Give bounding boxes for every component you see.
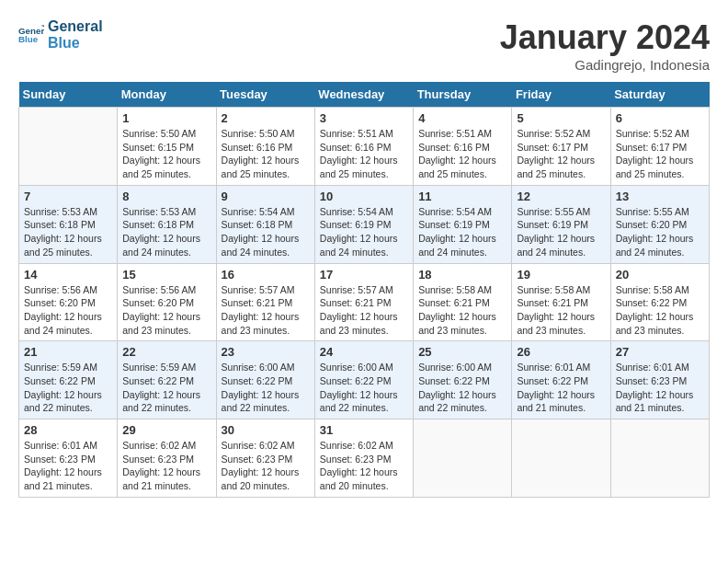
calendar-cell: 28Sunrise: 6:01 AMSunset: 6:23 PMDayligh…: [19, 419, 118, 498]
day-number: 5: [517, 111, 605, 125]
day-number: 12: [517, 190, 605, 203]
calendar-cell: 16Sunrise: 5:57 AMSunset: 6:21 PMDayligh…: [216, 263, 314, 341]
day-number: 4: [418, 111, 506, 125]
day-number: 27: [616, 345, 704, 359]
month-title: January 2024: [500, 18, 710, 57]
day-number: 21: [24, 345, 112, 359]
calendar-cell: 7Sunrise: 5:53 AMSunset: 6:18 PMDaylight…: [19, 185, 118, 263]
calendar-cell: 17Sunrise: 5:57 AMSunset: 6:21 PMDayligh…: [314, 263, 413, 341]
day-number: 10: [320, 190, 408, 203]
calendar-cell: 13Sunrise: 5:55 AMSunset: 6:20 PMDayligh…: [610, 185, 709, 263]
day-info: Sunrise: 5:59 AMSunset: 6:22 PMDaylight:…: [122, 361, 210, 415]
day-number: 16: [222, 268, 310, 282]
day-info: Sunrise: 5:57 AMSunset: 6:21 PMDaylight:…: [222, 283, 310, 338]
day-info: Sunrise: 5:52 AMSunset: 6:17 PMDaylight:…: [616, 127, 704, 181]
day-info: Sunrise: 5:57 AMSunset: 6:21 PMDaylight:…: [320, 283, 408, 338]
calendar-cell: 6Sunrise: 5:52 AMSunset: 6:17 PMDaylight…: [610, 108, 709, 186]
weekday-header-monday: Monday: [118, 82, 216, 108]
day-number: 20: [616, 268, 704, 282]
weekday-header-saturday: Saturday: [610, 82, 709, 108]
day-number: 31: [320, 423, 408, 437]
day-info: Sunrise: 6:02 AMSunset: 6:23 PMDaylight:…: [320, 439, 408, 493]
calendar-cell: 5Sunrise: 5:52 AMSunset: 6:17 PMDaylight…: [512, 108, 610, 186]
calendar-cell: 11Sunrise: 5:54 AMSunset: 6:19 PMDayligh…: [414, 185, 512, 263]
calendar-cell: 29Sunrise: 6:02 AMSunset: 6:23 PMDayligh…: [118, 419, 216, 498]
calendar-cell: 14Sunrise: 5:56 AMSunset: 6:20 PMDayligh…: [19, 263, 118, 341]
calendar-cell: [19, 108, 118, 186]
logo-general: General: [48, 18, 103, 35]
day-info: Sunrise: 5:56 AMSunset: 6:20 PMDaylight:…: [122, 283, 210, 338]
calendar-cell: 26Sunrise: 6:01 AMSunset: 6:22 PMDayligh…: [512, 341, 610, 419]
day-number: 9: [222, 190, 310, 203]
week-row-1: 1Sunrise: 5:50 AMSunset: 6:15 PMDaylight…: [19, 108, 710, 186]
calendar-cell: 10Sunrise: 5:54 AMSunset: 6:19 PMDayligh…: [314, 185, 413, 263]
calendar-cell: 24Sunrise: 6:00 AMSunset: 6:22 PMDayligh…: [314, 341, 413, 419]
weekday-header-row: SundayMondayTuesdayWednesdayThursdayFrid…: [19, 82, 710, 108]
day-info: Sunrise: 5:58 AMSunset: 6:21 PMDaylight:…: [517, 283, 605, 338]
day-number: 7: [24, 190, 112, 203]
calendar-cell: 27Sunrise: 6:01 AMSunset: 6:23 PMDayligh…: [610, 341, 709, 419]
day-info: Sunrise: 5:54 AMSunset: 6:19 PMDaylight:…: [320, 205, 408, 259]
day-number: 24: [320, 345, 408, 359]
calendar-cell: 25Sunrise: 6:00 AMSunset: 6:22 PMDayligh…: [414, 341, 512, 419]
calendar-cell: 1Sunrise: 5:50 AMSunset: 6:15 PMDaylight…: [118, 108, 216, 186]
calendar-cell: 8Sunrise: 5:53 AMSunset: 6:18 PMDaylight…: [118, 185, 216, 263]
day-number: 6: [616, 111, 704, 125]
day-info: Sunrise: 5:50 AMSunset: 6:16 PMDaylight:…: [222, 127, 310, 181]
location: Gadingrejo, Indonesia: [500, 57, 710, 73]
day-info: Sunrise: 6:01 AMSunset: 6:23 PMDaylight:…: [24, 439, 112, 493]
day-info: Sunrise: 5:51 AMSunset: 6:16 PMDaylight:…: [320, 127, 408, 181]
calendar-cell: [512, 419, 610, 498]
calendar-cell: 23Sunrise: 6:00 AMSunset: 6:22 PMDayligh…: [216, 341, 314, 419]
calendar-cell: [414, 419, 512, 498]
calendar-cell: 15Sunrise: 5:56 AMSunset: 6:20 PMDayligh…: [118, 263, 216, 341]
day-info: Sunrise: 5:59 AMSunset: 6:22 PMDaylight:…: [24, 361, 112, 415]
day-info: Sunrise: 5:50 AMSunset: 6:15 PMDaylight:…: [122, 127, 210, 181]
day-number: 14: [24, 268, 112, 282]
calendar-cell: 4Sunrise: 5:51 AMSunset: 6:16 PMDaylight…: [414, 108, 512, 186]
weekday-header-tuesday: Tuesday: [216, 82, 314, 108]
title-block: January 2024 Gadingrejo, Indonesia: [500, 18, 710, 73]
day-number: 13: [616, 190, 704, 203]
calendar-cell: 20Sunrise: 5:58 AMSunset: 6:22 PMDayligh…: [610, 263, 709, 341]
day-number: 26: [517, 345, 605, 359]
week-row-4: 21Sunrise: 5:59 AMSunset: 6:22 PMDayligh…: [19, 341, 710, 419]
day-number: 1: [122, 111, 210, 125]
day-number: 8: [122, 190, 210, 203]
logo: General Blue General Blue: [18, 18, 103, 51]
weekday-header-sunday: Sunday: [19, 82, 118, 108]
day-info: Sunrise: 6:00 AMSunset: 6:22 PMDaylight:…: [222, 361, 310, 415]
svg-text:Blue: Blue: [18, 34, 39, 44]
calendar-cell: 3Sunrise: 5:51 AMSunset: 6:16 PMDaylight…: [314, 108, 413, 186]
day-info: Sunrise: 5:52 AMSunset: 6:17 PMDaylight:…: [517, 127, 605, 181]
day-info: Sunrise: 5:55 AMSunset: 6:20 PMDaylight:…: [616, 205, 704, 259]
day-info: Sunrise: 5:53 AMSunset: 6:18 PMDaylight:…: [122, 205, 210, 259]
day-number: 23: [222, 345, 310, 359]
day-info: Sunrise: 5:54 AMSunset: 6:18 PMDaylight:…: [222, 205, 310, 259]
day-info: Sunrise: 6:00 AMSunset: 6:22 PMDaylight:…: [320, 361, 408, 415]
day-info: Sunrise: 5:55 AMSunset: 6:19 PMDaylight:…: [517, 205, 605, 259]
weekday-header-thursday: Thursday: [414, 82, 512, 108]
page-header: General Blue General Blue January 2024 G…: [18, 18, 710, 73]
day-number: 19: [517, 268, 605, 282]
weekday-header-wednesday: Wednesday: [314, 82, 413, 108]
calendar-cell: 18Sunrise: 5:58 AMSunset: 6:21 PMDayligh…: [414, 263, 512, 341]
calendar-cell: 9Sunrise: 5:54 AMSunset: 6:18 PMDaylight…: [216, 185, 314, 263]
day-info: Sunrise: 5:56 AMSunset: 6:20 PMDaylight:…: [24, 283, 112, 338]
day-number: 2: [222, 111, 310, 125]
calendar-cell: 21Sunrise: 5:59 AMSunset: 6:22 PMDayligh…: [19, 341, 118, 419]
logo-icon: General Blue: [18, 22, 44, 48]
week-row-3: 14Sunrise: 5:56 AMSunset: 6:20 PMDayligh…: [19, 263, 710, 341]
day-number: 25: [418, 345, 506, 359]
calendar-cell: 30Sunrise: 6:02 AMSunset: 6:23 PMDayligh…: [216, 419, 314, 498]
day-number: 17: [320, 268, 408, 282]
calendar-table: SundayMondayTuesdayWednesdayThursdayFrid…: [18, 82, 710, 498]
week-row-5: 28Sunrise: 6:01 AMSunset: 6:23 PMDayligh…: [19, 419, 710, 498]
calendar-cell: 2Sunrise: 5:50 AMSunset: 6:16 PMDaylight…: [216, 108, 314, 186]
week-row-2: 7Sunrise: 5:53 AMSunset: 6:18 PMDaylight…: [19, 185, 710, 263]
calendar-cell: 12Sunrise: 5:55 AMSunset: 6:19 PMDayligh…: [512, 185, 610, 263]
logo-blue: Blue: [48, 35, 103, 52]
day-number: 29: [122, 423, 210, 437]
day-info: Sunrise: 6:01 AMSunset: 6:22 PMDaylight:…: [517, 361, 605, 415]
weekday-header-friday: Friday: [512, 82, 610, 108]
